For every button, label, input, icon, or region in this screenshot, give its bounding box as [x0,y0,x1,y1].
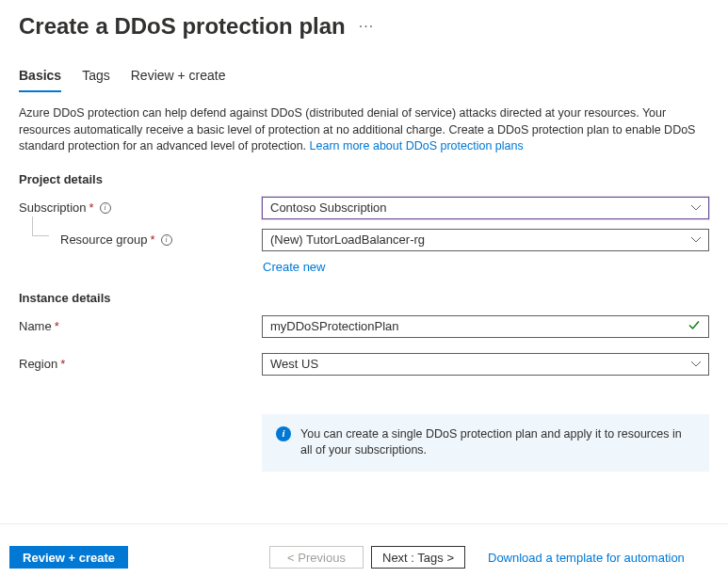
section-project-details: Project details [19,172,709,186]
tree-connector [23,228,57,252]
page-title: Create a DDoS protection plan [19,13,346,40]
subscription-select[interactable]: Contoso Subscription [262,197,709,219]
chevron-down-icon [691,237,701,243]
review-create-button[interactable]: Review + create [9,546,128,569]
download-template-link[interactable]: Download a template for automation [488,551,685,565]
info-icon[interactable]: i [100,202,111,214]
tab-bar: Basics Tags Review + create [0,45,728,92]
name-input[interactable]: myDDoSProtectionPlan [262,315,709,338]
tab-review-create[interactable]: Review + create [131,64,226,92]
footer: Review + create < Previous Next : Tags >… [0,537,728,577]
region-select[interactable]: West US [262,353,709,376]
create-new-link[interactable]: Create new [262,260,709,274]
tab-tags[interactable]: Tags [82,64,110,92]
name-value: myDDoSProtectionPlan [270,319,399,333]
subscription-value: Contoso Subscription [270,200,387,215]
validation-check-icon [688,318,701,334]
tab-basics[interactable]: Basics [19,64,61,92]
required-indicator: * [55,319,59,333]
section-instance-details: Instance details [19,291,709,305]
footer-divider [0,523,728,524]
region-label: Region [19,357,57,371]
name-label: Name [19,319,52,333]
chevron-down-icon [691,205,701,211]
info-icon[interactable]: i [161,234,172,246]
info-banner: i You can create a single DDoS protectio… [262,414,709,472]
more-actions-icon[interactable]: ··· [359,18,374,35]
required-indicator: * [151,232,155,247]
info-icon-filled: i [276,426,291,441]
next-button[interactable]: Next : Tags > [371,546,465,569]
subscription-label: Subscription [19,200,87,215]
resource-group-select[interactable]: (New) TutorLoadBalancer-rg [262,229,709,251]
info-banner-text: You can create a single DDoS protection … [300,426,695,459]
region-value: West US [270,357,318,371]
resource-group-label: Resource group [60,232,148,247]
description-text: Azure DDoS protection can help defend ag… [19,105,709,155]
previous-button[interactable]: < Previous [269,546,364,569]
required-indicator: * [89,200,94,215]
learn-more-link[interactable]: Learn more about DDoS protection plans [310,139,524,152]
chevron-down-icon [691,361,701,367]
required-indicator: * [60,357,65,371]
resource-group-value: (New) TutorLoadBalancer-rg [270,232,425,247]
